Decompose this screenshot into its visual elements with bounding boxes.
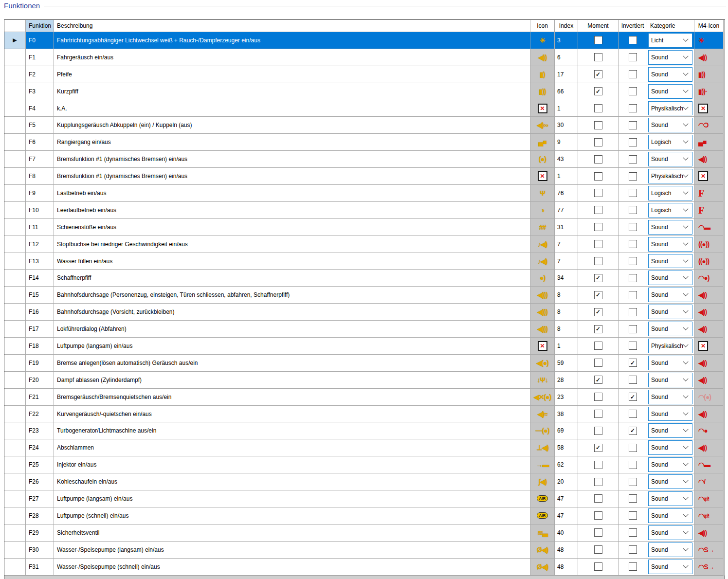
- row-selector[interactable]: [4, 304, 26, 321]
- kategorie-dropdown[interactable]: Physikalisch: [648, 101, 692, 116]
- row-selector[interactable]: [4, 542, 26, 559]
- table-row[interactable]: F31Wasser-/Speisepumpe (schnell) ein/aus…: [4, 559, 725, 576]
- row-selector[interactable]: [4, 117, 26, 134]
- table-row[interactable]: F6Rangiergang ein/aus▄■9Logisch▄■: [4, 134, 725, 151]
- column-header-funktion[interactable]: Funktion: [26, 20, 54, 32]
- column-header-index[interactable]: Index: [555, 20, 578, 32]
- row-selector[interactable]: [4, 219, 26, 236]
- invertiert-checkbox[interactable]: ✓: [629, 427, 637, 435]
- moment-checkbox[interactable]: [594, 257, 602, 265]
- invertiert-checkbox[interactable]: [629, 240, 637, 248]
- table-row[interactable]: F27Luftpumpe (langsam) ein/ausAIR47Sound…: [4, 490, 725, 507]
- table-row[interactable]: F28Luftpumpe (schnell) ein/ausAIR47Sound…: [4, 507, 725, 525]
- kategorie-dropdown[interactable]: Sound: [648, 305, 692, 319]
- row-selector[interactable]: ▶: [4, 32, 26, 49]
- row-selector[interactable]: [4, 525, 26, 542]
- kategorie-dropdown[interactable]: Sound: [648, 322, 692, 336]
- invertiert-checkbox[interactable]: [629, 206, 637, 214]
- kategorie-dropdown[interactable]: Logisch: [648, 186, 692, 200]
- kategorie-dropdown[interactable]: Sound: [648, 220, 692, 235]
- invertiert-checkbox[interactable]: [629, 308, 637, 316]
- kategorie-dropdown[interactable]: Sound: [648, 237, 692, 252]
- moment-checkbox[interactable]: [594, 240, 602, 248]
- invertiert-checkbox[interactable]: [629, 36, 637, 44]
- moment-checkbox[interactable]: [594, 121, 602, 129]
- table-row[interactable]: F18Luftpumpe (langsam) ein/aus✕1Physikal…: [4, 338, 725, 355]
- row-selector[interactable]: [4, 439, 26, 456]
- moment-checkbox[interactable]: [594, 104, 602, 112]
- invertiert-checkbox[interactable]: [629, 342, 637, 350]
- row-selector[interactable]: [4, 406, 26, 423]
- kategorie-dropdown[interactable]: Sound: [648, 152, 692, 166]
- moment-checkbox[interactable]: [594, 36, 602, 44]
- row-selector[interactable]: [4, 270, 26, 287]
- table-row[interactable]: F2Pfeife▮)17✓Sound▮)): [4, 66, 725, 83]
- invertiert-checkbox[interactable]: [629, 53, 637, 61]
- table-row[interactable]: F30Wasser-/Speisepumpe (langsam) ein/aus…: [4, 542, 725, 559]
- moment-checkbox[interactable]: [594, 155, 602, 163]
- row-selector[interactable]: [4, 287, 26, 304]
- invertiert-checkbox[interactable]: ✓: [629, 393, 637, 401]
- table-row[interactable]: F22Kurvengeräusch/-quietschen ein/aus◀)≈…: [4, 406, 725, 423]
- kategorie-dropdown[interactable]: Sound: [648, 118, 692, 132]
- moment-checkbox[interactable]: [594, 359, 602, 367]
- row-selector[interactable]: [4, 507, 26, 525]
- kategorie-dropdown[interactable]: Sound: [648, 288, 692, 302]
- invertiert-checkbox[interactable]: [629, 528, 637, 537]
- column-header-kategorie[interactable]: Kategorie: [647, 20, 694, 32]
- table-row[interactable]: F24Abschlammen⊥◀)58✓Sound◀)): [4, 439, 725, 456]
- row-selector[interactable]: [4, 372, 26, 389]
- moment-checkbox[interactable]: ✓: [594, 308, 602, 316]
- invertiert-checkbox[interactable]: [629, 444, 637, 452]
- row-selector[interactable]: [4, 422, 26, 439]
- kategorie-dropdown[interactable]: Sound: [648, 560, 692, 574]
- row-selector[interactable]: [4, 100, 26, 117]
- kategorie-dropdown[interactable]: Sound: [648, 407, 692, 421]
- kategorie-dropdown[interactable]: Sound: [648, 525, 692, 540]
- kategorie-dropdown[interactable]: Licht: [648, 33, 692, 48]
- invertiert-checkbox[interactable]: [629, 376, 637, 384]
- invertiert-checkbox[interactable]: [629, 291, 637, 299]
- moment-checkbox[interactable]: [594, 511, 602, 520]
- moment-checkbox[interactable]: [594, 478, 602, 486]
- invertiert-checkbox[interactable]: [629, 257, 637, 265]
- column-header-beschreibung[interactable]: Beschreibung: [54, 20, 530, 32]
- invertiert-checkbox[interactable]: [629, 511, 637, 520]
- moment-checkbox[interactable]: ✓: [594, 325, 602, 333]
- row-selector[interactable]: [4, 134, 26, 151]
- kategorie-dropdown[interactable]: Sound: [648, 84, 692, 99]
- invertiert-checkbox[interactable]: [629, 155, 637, 163]
- moment-checkbox[interactable]: [594, 189, 602, 197]
- row-selector[interactable]: [4, 236, 26, 253]
- moment-checkbox[interactable]: [594, 223, 602, 231]
- moment-checkbox[interactable]: ✓: [594, 87, 602, 95]
- row-selector[interactable]: [4, 490, 26, 507]
- row-selector[interactable]: [4, 168, 26, 185]
- invertiert-checkbox[interactable]: ✓: [629, 359, 637, 367]
- kategorie-dropdown[interactable]: Sound: [648, 491, 692, 506]
- invertiert-checkbox[interactable]: [629, 325, 637, 333]
- kategorie-dropdown[interactable]: Sound: [648, 457, 692, 472]
- moment-checkbox[interactable]: [594, 342, 602, 350]
- kategorie-dropdown[interactable]: Logisch: [648, 203, 692, 217]
- invertiert-checkbox[interactable]: [629, 70, 637, 78]
- row-selector[interactable]: [4, 83, 26, 100]
- invertiert-checkbox[interactable]: [629, 138, 637, 146]
- column-header-moment[interactable]: Moment: [578, 20, 619, 32]
- table-row[interactable]: F3Kurzpfiff▮))66✓Sound▮))·: [4, 83, 725, 100]
- moment-checkbox[interactable]: [594, 427, 602, 435]
- kategorie-dropdown[interactable]: Sound: [648, 271, 692, 285]
- invertiert-checkbox[interactable]: [629, 87, 637, 95]
- kategorie-dropdown[interactable]: Sound: [648, 373, 692, 387]
- moment-checkbox[interactable]: ✓: [594, 291, 602, 299]
- moment-checkbox[interactable]: ✓: [594, 376, 602, 384]
- table-row[interactable]: F29Sicherheitsventil≋▃40Sound◀)): [4, 525, 725, 542]
- moment-checkbox[interactable]: [594, 138, 602, 146]
- row-selector[interactable]: [4, 49, 26, 66]
- kategorie-dropdown[interactable]: Sound: [648, 508, 692, 523]
- moment-checkbox[interactable]: [594, 53, 602, 61]
- moment-checkbox[interactable]: [594, 172, 602, 181]
- table-row[interactable]: F1Fahrgeräusch ein/aus◀))6Sound◀)): [4, 49, 725, 66]
- invertiert-checkbox[interactable]: [629, 172, 637, 181]
- invertiert-checkbox[interactable]: [629, 478, 637, 486]
